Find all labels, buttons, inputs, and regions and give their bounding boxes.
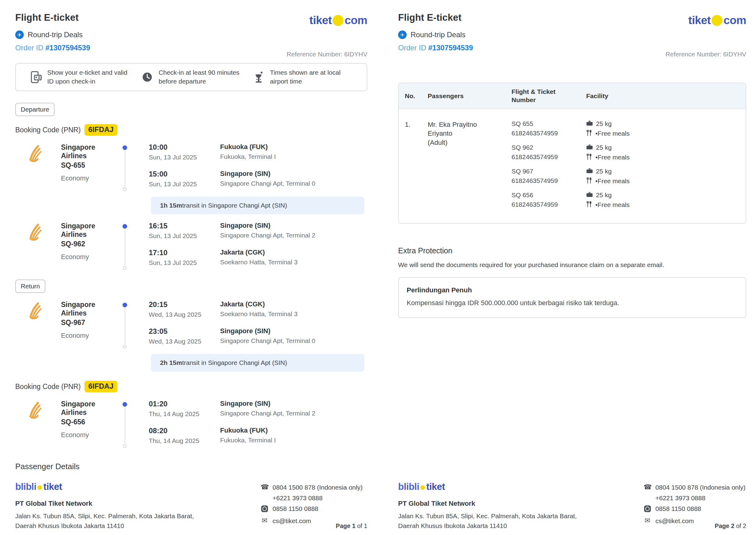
timeline-start-dot	[123, 402, 127, 407]
arrival-date: Sun, 13 Jul 2025	[149, 259, 220, 267]
notice-text: Check-in at least 90 minutes before depa…	[158, 68, 244, 86]
departure-badge: Departure	[15, 103, 55, 116]
arrival-airport: Jakarta (CGK)	[220, 248, 367, 256]
page-header: Flight E-ticket ✈ Round-trip Deals Order…	[398, 12, 746, 52]
passenger-table-header: No. Passengers Flight & Ticket Number Fa…	[399, 83, 746, 109]
flight-segment: Singapore Airlines SQ-655 Economy 10:00S…	[15, 143, 367, 191]
page-footer: blibli tiket PT Global Tiket Network Jal…	[15, 481, 367, 530]
arrival-airport-detail: Singapore Changi Apt, Terminal 0	[220, 180, 367, 187]
whatsapp-icon	[261, 505, 268, 514]
arrival-time: 08:20	[149, 427, 220, 435]
facility-item: 25 kg •Free meals	[586, 144, 746, 168]
booking-code-label: Booking Code (PNR)	[15, 382, 81, 391]
tiket-com-logo: tiket com	[309, 14, 367, 27]
order-id-label: Order ID	[398, 43, 426, 52]
booking-code-value: 6IFDAJ	[84, 124, 118, 136]
meal-icon	[586, 201, 592, 209]
timeline-indicator	[123, 145, 127, 191]
notice-item: Show your e-ticket and valid ID upon che…	[30, 68, 138, 86]
departure-airport-detail: Singapore Changi Apt, Terminal 2	[220, 410, 367, 417]
reference-number: Reference Number: 6IDYHV	[287, 51, 367, 58]
passenger-details-title: Passenger Details	[15, 462, 367, 471]
return-badge: Return	[15, 280, 45, 293]
phone-row-2: +6221 3973 0888	[272, 494, 362, 502]
whatsapp-icon	[644, 505, 652, 514]
blibli-logo-dot-icon	[38, 485, 42, 490]
departure-airport-detail: Singapore Changi Apt, Terminal 2	[220, 232, 367, 239]
email-address: cs@tiket.com	[656, 517, 694, 525]
timeline-start-dot	[123, 303, 127, 307]
timeline-end-ring	[123, 266, 126, 270]
col-passengers: Passengers	[428, 92, 512, 100]
arrival-airport-detail: Soekarno Hatta, Terminal 3	[220, 259, 367, 266]
id-check-icon	[30, 71, 42, 84]
departure-time: 10:00	[149, 143, 220, 152]
phone-number-2: +6221 3973 0888	[272, 494, 322, 502]
departure-date: Sun, 13 Jul 2025	[149, 154, 220, 161]
arrival-airport-detail: Fukuoka, Terminal I	[220, 436, 367, 444]
arrival-date: Sun, 13 Jul 2025	[149, 181, 220, 188]
contact-list: ☎0804 1500 878 (Indonesia only) +6221 39…	[644, 484, 745, 528]
facility-list: 25 kg •Free meals 25 kg •Free meals 25 k…	[586, 120, 746, 215]
protection-plan-name: Perlindungan Penuh	[406, 286, 738, 294]
booking-code-row: Booking Code (PNR) 6IFDAJ	[15, 124, 367, 136]
segment-airports: Singapore (SIN)Singapore Changi Apt, Ter…	[220, 222, 367, 270]
cabin-class: Economy	[61, 332, 123, 340]
arrival-time: 23:05	[149, 327, 220, 336]
ticket-item: SQ 9626182463574959	[512, 144, 586, 168]
facility-item: 25 kg •Free meals	[586, 191, 746, 215]
round-trip-plane-icon: ✈	[398, 31, 406, 39]
tiket-logo-dot-icon	[712, 15, 722, 26]
flight-segment: Singapore Airlines SQ-962 Economy 16:15S…	[15, 222, 367, 270]
page-1: Flight E-ticket ✈ Round-trip Deals Order…	[0, 0, 378, 535]
segment-airports: Fukuoka (FUK)Fukuoka, Terminal I Singapo…	[220, 143, 367, 191]
airline-info: Singapore Airlines SQ-967 Economy	[61, 300, 123, 349]
clock-icon	[141, 71, 154, 83]
col-flight-ticket: Flight & Ticket Number	[512, 88, 586, 104]
extra-protection-card: Perlindungan Penuh Kompensasi hingga IDR…	[398, 277, 746, 318]
airline-info: Singapore Airlines SQ-655 Economy	[61, 143, 123, 191]
phone-number: 0804 1500 878 (Indonesia only)	[272, 484, 362, 491]
extra-protection-title: Extra Protection	[398, 246, 746, 255]
protection-plan-description: Kompensasi hingga IDR 500.000.000 untuk …	[406, 299, 738, 307]
col-no: No.	[405, 92, 428, 100]
arrival-time: 17:10	[149, 248, 220, 257]
timeline-line	[125, 150, 125, 186]
notice-item: Times shown are at local airport time	[252, 68, 361, 86]
booking-code-value: 6IFDAJ	[84, 381, 118, 392]
meal-icon	[586, 129, 592, 138]
departure-date: Thu, 14 Aug 2025	[149, 410, 220, 418]
departure-date: Wed, 13 Aug 2025	[149, 311, 220, 318]
whatsapp-number: 0858 1150 0888	[272, 505, 318, 513]
arrival-airport-detail: Singapore Changi Apt, Terminal 0	[220, 337, 367, 345]
segment-times: 10:00Sun, 13 Jul 2025 15:00Sun, 13 Jul 2…	[149, 143, 220, 191]
whatsapp-row: 0858 1150 0888	[644, 505, 745, 514]
departure-airport-detail: Fukuoka, Terminal I	[220, 153, 367, 160]
airline-name: Singapore Airlines	[61, 143, 100, 160]
page-header: Flight E-ticket ✈ Round-trip Deals Order…	[15, 12, 367, 52]
flight-segment: Singapore Airlines SQ-656 Economy 01:20T…	[15, 400, 367, 448]
segment-airports: Jakarta (CGK)Soekarno Hatta, Terminal 3 …	[220, 300, 367, 349]
facility-item: 25 kg •Free meals	[586, 120, 746, 144]
phone-icon: ☎	[644, 484, 652, 491]
timeline-end-ring	[123, 187, 126, 191]
trip-type-row: ✈ Round-trip Deals	[15, 31, 367, 39]
booking-code-row: Booking Code (PNR) 6IFDAJ	[15, 381, 367, 392]
arrival-time: 15:00	[149, 170, 220, 178]
notice-text: Show your e-ticket and valid ID upon che…	[47, 68, 133, 86]
segment-airports: Singapore (SIN)Singapore Changi Apt, Ter…	[220, 400, 367, 448]
blibli-logo-dot-icon	[420, 485, 425, 490]
transit-duration: 1h 15m	[160, 202, 182, 209]
departure-time: 20:15	[149, 300, 220, 309]
airline-name: Singapore Airlines	[61, 300, 100, 317]
arrival-airport: Singapore (SIN)	[220, 327, 367, 335]
page-2: Flight E-ticket ✈ Round-trip Deals Order…	[378, 0, 756, 535]
phone-number-2: +6221 3973 0888	[656, 494, 705, 502]
ticket-item: SQ 6566182463574959	[512, 191, 586, 215]
cabin-class: Economy	[61, 253, 123, 261]
whatsapp-row: 0858 1150 0888	[261, 505, 362, 514]
col-facility: Facility	[586, 92, 746, 100]
flight-segment: Singapore Airlines SQ-967 Economy 20:15W…	[15, 300, 367, 349]
contact-list: ☎0804 1500 878 (Indonesia only) +6221 39…	[261, 484, 362, 528]
booking-code-label: Booking Code (PNR)	[15, 126, 81, 134]
